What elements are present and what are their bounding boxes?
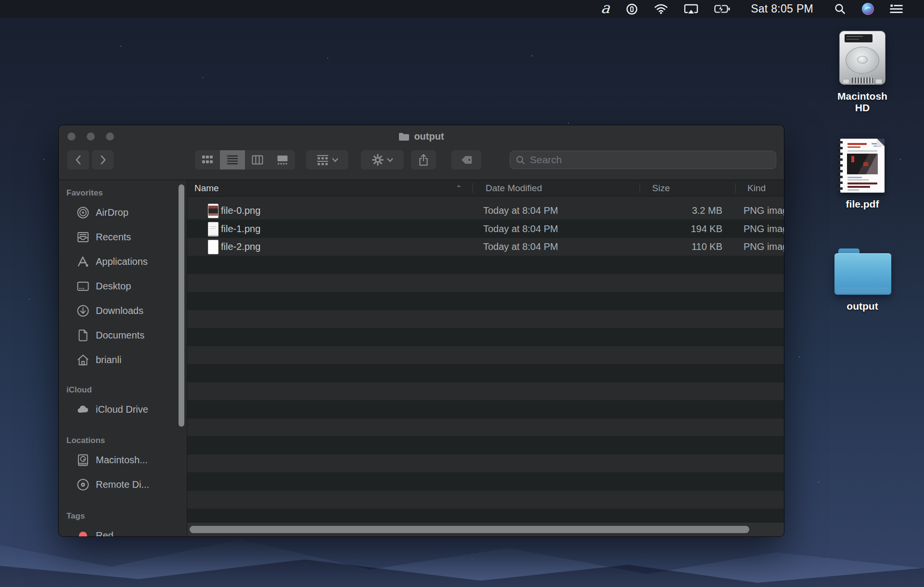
list-view-button[interactable] — [220, 150, 245, 170]
sort-ascending-icon: ⌃ — [456, 180, 462, 196]
png-thumbnail-icon — [208, 204, 218, 218]
sidebar-item-documents[interactable]: Documents — [59, 323, 187, 348]
column-header-date-modified[interactable]: Date Modified — [486, 180, 542, 196]
sidebar-section-locations: Locations — [59, 433, 187, 448]
desktop: a — [0, 0, 924, 587]
sidebar: Favorites AirDrop — [59, 180, 187, 536]
sidebar-section-icloud: iCloud — [59, 383, 187, 397]
tag-icon — [461, 155, 473, 165]
rows-area: file-0.png Today at 8:04 PM 3.2 MB PNG i… — [187, 196, 784, 536]
forward-button[interactable] — [92, 150, 114, 170]
red-tag-icon — [79, 532, 87, 536]
folder-icon — [834, 248, 891, 295]
file-list: Name ⌃ Date Modified Size Kind file-0.pn… — [187, 180, 784, 536]
sidebar-item-recents[interactable]: Recents — [59, 225, 187, 249]
wifi-icon[interactable] — [654, 0, 668, 18]
hard-drive-icon — [839, 31, 886, 85]
gear-icon — [372, 154, 384, 166]
documents-icon — [77, 329, 90, 342]
title-folder-icon — [398, 132, 410, 141]
title-bar[interactable]: output — [59, 125, 784, 148]
sidebar-item-tag-red[interactable]: Red — [59, 523, 187, 536]
finder-window: output — [59, 125, 784, 536]
desktop-icon-file-pdf[interactable]: file.pdf — [837, 139, 887, 210]
home-icon — [77, 353, 90, 366]
script-a-app-icon[interactable]: a — [600, 0, 611, 18]
column-view-button[interactable] — [245, 150, 270, 170]
sidebar-item-applications[interactable]: Applications — [59, 249, 187, 274]
internal-drive-icon — [77, 454, 90, 467]
battery-charging-icon[interactable] — [714, 0, 730, 18]
sidebar-item-home[interactable]: brianli — [59, 348, 187, 372]
group-button[interactable] — [306, 150, 348, 170]
icon-view-button[interactable] — [195, 150, 220, 170]
applications-icon — [77, 255, 90, 268]
sidebar-section-favorites: Favorites — [59, 186, 187, 200]
sidebar-scrollbar[interactable] — [179, 184, 184, 427]
toolbar — [59, 148, 784, 180]
desktop-window-icon — [77, 280, 90, 293]
sidebar-section-tags: Tags — [59, 509, 187, 523]
column-divider[interactable] — [735, 183, 736, 193]
sidebar-item-remote-disc[interactable]: Remote Di... — [59, 472, 187, 497]
column-header-size[interactable]: Size — [652, 180, 670, 196]
tag-button[interactable] — [451, 150, 481, 170]
sidebar-item-macintosh-hd[interactable]: Macintosh... — [59, 448, 187, 472]
screen-mirroring-icon[interactable] — [684, 0, 698, 18]
horizontal-scrollbar-track[interactable] — [187, 522, 784, 536]
window-title: output — [414, 131, 444, 142]
desktop-icon-output-folder[interactable]: output — [834, 248, 890, 312]
sidebar-item-desktop[interactable]: Desktop — [59, 274, 187, 299]
onepassword-icon[interactable] — [626, 0, 638, 18]
window-body: Favorites AirDrop — [59, 180, 784, 536]
desktop-icon-label: output — [834, 300, 890, 312]
column-header-kind[interactable]: Kind — [747, 180, 766, 196]
view-mode-segmented-control — [195, 150, 295, 170]
mountain-silhouette-dark — [0, 534, 924, 587]
sidebar-item-icloud-drive[interactable]: iCloud Drive — [59, 397, 187, 422]
column-divider[interactable] — [640, 183, 640, 193]
file-row-1[interactable]: file-1.png Today at 8:04 PM 194 KB PNG i… — [187, 220, 784, 238]
column-headers: Name ⌃ Date Modified Size Kind — [187, 180, 784, 196]
share-icon — [418, 154, 429, 166]
menu-bar-clock[interactable]: Sat 8:05 PM — [751, 2, 813, 15]
horizontal-scrollbar-thumb[interactable] — [190, 526, 749, 533]
chevron-down-icon — [332, 158, 338, 162]
downloads-icon — [77, 304, 90, 317]
back-button[interactable] — [67, 150, 89, 170]
spotlight-search-icon[interactable] — [834, 0, 846, 18]
file-row-0[interactable]: file-0.png Today at 8:04 PM 3.2 MB PNG i… — [187, 202, 784, 220]
cloud-icon — [77, 403, 90, 416]
desktop-icon-macintosh-hd[interactable]: Macintosh HD — [836, 31, 889, 114]
search-input[interactable] — [529, 154, 770, 166]
window-chrome: output — [59, 125, 784, 180]
action-menu-button[interactable] — [361, 150, 404, 170]
png-thumbnail-icon — [208, 240, 218, 254]
png-thumbnail-icon — [208, 222, 218, 236]
recents-icon — [77, 231, 90, 244]
search-field[interactable] — [510, 151, 776, 169]
desktop-icon-label: Macintosh HD — [836, 91, 889, 114]
airdrop-icon — [77, 206, 90, 219]
file-row-2[interactable]: file-2.png Today at 8:04 PM 110 KB PNG i… — [187, 238, 784, 256]
search-icon — [516, 156, 525, 165]
desktop-icon-label: file.pdf — [837, 198, 887, 210]
menu-bar: a — [0, 0, 924, 18]
gallery-view-button[interactable] — [270, 150, 295, 170]
menu-bar-status-items: a — [601, 0, 903, 18]
column-header-name[interactable]: Name — [194, 180, 219, 196]
sidebar-item-downloads[interactable]: Downloads — [59, 299, 187, 323]
column-divider[interactable] — [473, 183, 473, 193]
notification-center-icon[interactable] — [890, 0, 903, 18]
sidebar-item-airdrop[interactable]: AirDrop — [59, 200, 187, 225]
pdf-document-icon — [840, 139, 885, 193]
share-button[interactable] — [411, 150, 436, 170]
chevron-down-icon — [387, 158, 393, 162]
siri-icon[interactable] — [862, 3, 874, 15]
disc-icon — [77, 478, 90, 491]
